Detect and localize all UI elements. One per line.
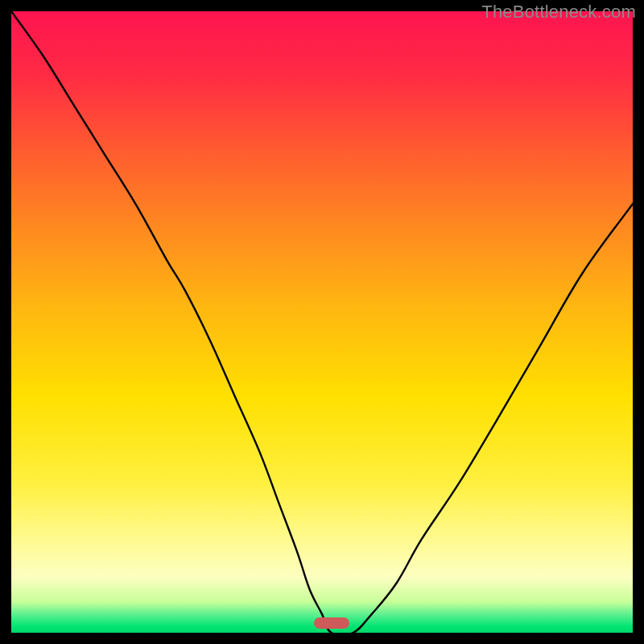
watermark-text: TheBottleneck.com [481, 2, 636, 23]
chart-plot-area [11, 11, 633, 633]
bottleneck-marker [314, 617, 349, 629]
bottleneck-curve [11, 11, 633, 633]
chart-frame: TheBottleneck.com [0, 0, 644, 644]
